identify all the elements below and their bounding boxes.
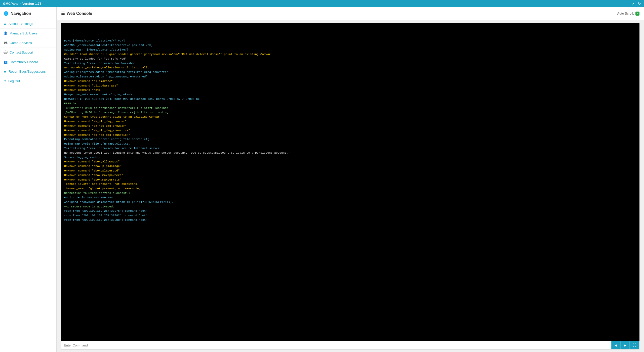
console-line: Initializing Steam libraries for secure … <box>64 146 636 151</box>
console-line: Server logging enabled. <box>64 155 636 160</box>
console-line: WS: No +host_workshop_collection or it i… <box>64 65 636 70</box>
console-line: Connection to Steam servers successful. <box>64 191 636 195</box>
console-line: Public IP is 208.103.169.254. <box>64 195 636 200</box>
console-line: Adding Filesystem Addon 'rp_downtown_rem… <box>64 74 636 79</box>
console-line: Usage: sv_setsteamaccount <login_token> <box>64 92 636 97</box>
command-buttons: ◀ ▶ ⛶ <box>611 341 639 349</box>
console-line: Game_srv.so loaded for "Garry's Mod" <box>64 57 636 61</box>
console-line: Network: IP 208.103.169.254, mode MP, de… <box>64 97 636 101</box>
console-line: Using map cycle file cfg/mapcycle.txt. <box>64 142 636 146</box>
expand-button[interactable]: ⛶ <box>629 341 639 349</box>
console-line: PREP OK <box>64 101 636 106</box>
auto-scroll-control[interactable]: Auto Scroll: ✓ <box>617 12 639 16</box>
topbar-icons: ➚ ↻ <box>631 2 641 6</box>
contact-support-icon: 💬 <box>4 51 8 54</box>
layout: 🌐 Navigation ⚙Account Settings👤Manage Su… <box>0 7 644 352</box>
console-line: Unknown command "sbox_playergod" <box>64 168 636 173</box>
console-line: Unknown command "sbox_allownpcs" <box>64 159 636 164</box>
console-line: [GMCHosting UMSG to Netmessage Converter… <box>64 106 636 110</box>
sidebar-nav-items: ⚙Account Settings👤Manage Sub Users🎮Game … <box>0 19 56 86</box>
console-line: Unknown command "sbox_maxturrets" <box>64 178 636 182</box>
console-output: FIND [/home/content/cstrike//*.vpk]ADDIN… <box>61 23 639 341</box>
console-line: rcon from "208.103.169.254:38388": comma… <box>64 218 636 222</box>
game-services-icon: 🎮 <box>4 41 8 45</box>
console-line: FIND [/home/content/cstrike//*.vpk] <box>64 38 636 43</box>
report-bugs-label: Report Bugs/Suggestions <box>9 70 46 73</box>
command-input[interactable] <box>61 341 611 349</box>
account-settings-icon: ⚙ <box>4 22 7 26</box>
hamburger-icon: ☰ <box>61 11 65 16</box>
console-line: VAC secure mode is activated. <box>64 204 636 209</box>
web-console-title: Web Console <box>67 11 92 16</box>
console-line: Adding Filesystem Addon 'gmchosting_opti… <box>64 70 636 74</box>
console-line: Adding Path: [/home/content/cstrike/] <box>64 48 636 52</box>
manage-sub-users-label: Manage Sub Users <box>10 31 37 35</box>
console-line: 'banned_user.cfg' not present; not execu… <box>64 186 636 191</box>
console-line: rcon from "208.103.169.254:38376": comma… <box>64 209 636 213</box>
console-line: Unknown command "cl_cmdrate" <box>64 79 636 83</box>
console-line: ADDING [/home/content/cstrike//cstrike_p… <box>64 43 636 48</box>
sidebar-item-manage-sub-users[interactable]: 👤Manage Sub Users <box>0 29 56 38</box>
console-line: Initializing Steam libraries for Worksho… <box>64 61 636 66</box>
console-line: Unknown command "sk_plr_dmg_crowbar" <box>64 119 636 124</box>
topbar-title: GMCPanel - Version 1.75 <box>3 2 41 6</box>
auto-scroll-text: Auto Scroll: <box>617 12 634 15</box>
account-settings-label: Account Settings <box>9 22 33 26</box>
community-discord-label: Community Discord <box>10 60 38 64</box>
prev-command-button[interactable]: ◀ <box>611 341 620 349</box>
console-line: Unknown command "rate" <box>64 88 636 92</box>
command-row: ◀ ▶ ⛶ <box>61 341 639 349</box>
console-line: [GMCHosting UMSG to Netmessage Converter… <box>64 110 636 115</box>
main-header: ☰ Web Console Auto Scroll: ✓ <box>57 7 644 20</box>
console-wrapper: FIND [/home/content/cstrike//*.vpk]ADDIN… <box>57 20 644 341</box>
console-line: Unknown command "sbox_maxspawners" <box>64 173 636 178</box>
refresh-icon[interactable]: ↻ <box>638 2 641 6</box>
sidebar-item-contact-support[interactable]: 💬Contact Support <box>0 48 56 57</box>
globe-icon: 🌐 <box>4 11 9 16</box>
sidebar-item-game-services[interactable]: 🎮Game Services <box>0 38 56 48</box>
console-outer: FIND [/home/content/cstrike//*.vpk]ADDIN… <box>61 23 639 341</box>
sidebar-header-label: Navigation <box>11 11 31 16</box>
sidebar-item-community-discord[interactable]: 👥Community Discord <box>0 57 56 67</box>
contact-support-label: Contact Support <box>10 51 33 54</box>
console-line: Unknown command "sbox_plpldamage" <box>64 164 636 168</box>
console-line: Unknown command "sk_npc_dmg_stunstick" <box>64 133 636 137</box>
console-line: Unknown command "sk_plr_dmg_stunstick" <box>64 128 636 133</box>
report-bugs-icon: ★ <box>4 70 7 73</box>
console-line: 'banned_ip.cfg' not present; not executi… <box>64 182 636 186</box>
sidebar: 🌐 Navigation ⚙Account Settings👤Manage Su… <box>0 7 57 352</box>
external-link-icon[interactable]: ➚ <box>631 2 634 6</box>
community-discord-icon: 👥 <box>4 60 8 64</box>
log-out-label: Log Out <box>8 79 20 83</box>
manage-sub-users-icon: 👤 <box>4 31 8 35</box>
game-services-label: Game Services <box>10 41 32 45</box>
console-line: Unknown command "sk_npc_dmg_crowbar" <box>64 124 636 128</box>
console-line: ConVarRef room_type doesn't point to an … <box>64 115 636 119</box>
main-content: ☰ Web Console Auto Scroll: ✓ FIND [/home… <box>57 7 644 352</box>
auto-scroll-checkbox[interactable]: ✓ <box>635 12 639 16</box>
console-line: No account token specified; logging into… <box>64 151 636 155</box>
topbar: GMCPanel - Version 1.75 ➚ ↻ <box>0 0 644 7</box>
sidebar-item-report-bugs[interactable]: ★Report Bugs/Suggestions <box>0 67 56 76</box>
console-line: Couldn't load shader dll: game_shader_ge… <box>64 52 636 57</box>
sidebar-item-account-settings[interactable]: ⚙Account Settings <box>0 19 56 29</box>
next-command-button[interactable]: ▶ <box>620 341 629 349</box>
console-line: rcon from "208.103.169.254:38382": comma… <box>64 213 636 218</box>
console-line: Unknown command "cl_updaterate" <box>64 83 636 88</box>
sidebar-item-log-out[interactable]: ⊙Log Out <box>0 76 56 86</box>
sidebar-header: 🌐 Navigation <box>0 7 56 19</box>
main-header-title: ☰ Web Console <box>61 11 92 16</box>
console-line: Assigned anonymous gameserver Steam ID [… <box>64 200 636 204</box>
log-out-icon: ⊙ <box>4 79 6 83</box>
console-line: Executing dedicated server config file s… <box>64 137 636 142</box>
